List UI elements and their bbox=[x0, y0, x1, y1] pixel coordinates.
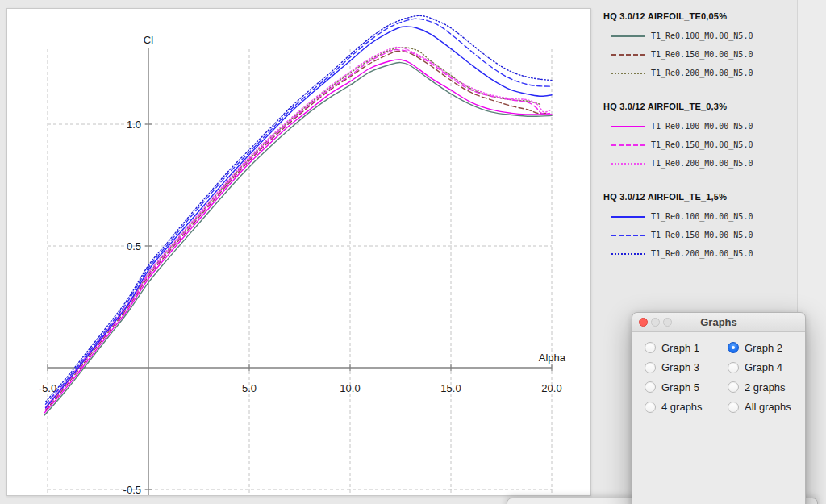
x-tick-label: 10.0 bbox=[340, 382, 360, 394]
radio-unselected-icon[interactable] bbox=[728, 362, 739, 373]
legend-group-title: HQ 3.0/12 AIRFOIL_TE_1,5% bbox=[603, 192, 794, 202]
legend-entry[interactable]: T1_Re0.150_M0.00_N5.0 bbox=[603, 45, 794, 64]
legend-entry-label: T1_Re0.200_M0.00_N5.0 bbox=[651, 249, 753, 258]
y-tick-label: 1.0 bbox=[127, 119, 141, 131]
radio-unselected-icon[interactable] bbox=[645, 362, 656, 373]
radio-graph-1[interactable]: Graph 1 bbox=[645, 342, 728, 354]
legend-group-title: HQ 3.0/12 AIRFOIL_TE0,05% bbox=[603, 11, 794, 21]
radio-all-graphs[interactable]: All graphs bbox=[728, 401, 798, 413]
legend-line-sample bbox=[611, 54, 645, 56]
radio-label: Graph 3 bbox=[661, 361, 699, 373]
legend-entry[interactable]: T1_Re0.200_M0.00_N5.0 bbox=[603, 244, 794, 263]
x-axis-title: Alpha bbox=[539, 352, 566, 364]
polar-curve bbox=[46, 27, 553, 408]
legend-entry[interactable]: T1_Re0.200_M0.00_N5.0 bbox=[603, 154, 794, 173]
legend-entry-label: T1_Re0.200_M0.00_N5.0 bbox=[651, 69, 753, 77]
polar-curve bbox=[46, 48, 542, 408]
legend-entry-label: T1_Re0.100_M0.00_N5.0 bbox=[651, 122, 753, 131]
legend-entry-label: T1_Re0.150_M0.00_N5.0 bbox=[651, 140, 753, 149]
radio-unselected-icon[interactable] bbox=[645, 342, 656, 353]
radio-label: Graph 2 bbox=[745, 342, 782, 354]
radio-unselected-icon[interactable] bbox=[728, 381, 739, 393]
curve-legend: HQ 3.0/12 AIRFOIL_TE0,05%T1_Re0.100_M0.0… bbox=[603, 11, 794, 282]
y-tick-label: 0.5 bbox=[127, 240, 141, 252]
x-tick-label: 20.0 bbox=[541, 382, 561, 394]
graphs-dialog: Graphs Graph 1Graph 2Graph 3Graph 4Graph… bbox=[632, 312, 806, 504]
radio-graph-5[interactable]: Graph 5 bbox=[645, 381, 728, 394]
legend-entry[interactable]: T1_Re0.150_M0.00_N5.0 bbox=[603, 226, 794, 244]
legend-entry[interactable]: T1_Re0.100_M0.00_N5.0 bbox=[603, 117, 794, 135]
y-tick-label: -0.5 bbox=[123, 484, 141, 496]
legend-group: HQ 3.0/12 AIRFOIL_TE_1,5%T1_Re0.100_M0.0… bbox=[603, 192, 794, 263]
legend-entry-label: T1_Re0.100_M0.00_N5.0 bbox=[651, 212, 753, 221]
radio-unselected-icon[interactable] bbox=[645, 381, 656, 393]
legend-entry[interactable]: T1_Re0.100_M0.00_N5.0 bbox=[603, 207, 794, 226]
legend-group: HQ 3.0/12 AIRFOIL_TE0,05%T1_Re0.100_M0.0… bbox=[603, 11, 794, 82]
legend-group: HQ 3.0/12 AIRFOIL_TE_0,3%T1_Re0.100_M0.0… bbox=[603, 102, 794, 173]
legend-line-sample bbox=[611, 163, 645, 165]
polar-curve bbox=[44, 63, 552, 415]
legend-entry-label: T1_Re0.150_M0.00_N5.0 bbox=[651, 231, 753, 240]
radio-label: Graph 4 bbox=[745, 361, 782, 373]
legend-entry-label: T1_Re0.150_M0.00_N5.0 bbox=[651, 50, 753, 59]
legend-line-sample bbox=[611, 216, 645, 218]
graph-options-grid: Graph 1Graph 2Graph 3Graph 4Graph 52 gra… bbox=[645, 338, 798, 417]
cl-vs-alpha-chart[interactable]: -5.05.010.015.020.01.00.5-0.5ClAlpha bbox=[7, 9, 590, 495]
app-window: { "window": { "background": "#e8e8e8" },… bbox=[0, 0, 826, 504]
radio-graph-2[interactable]: Graph 2 bbox=[728, 342, 798, 354]
radio-label: All graphs bbox=[745, 401, 791, 413]
legend-entry-label: T1_Re0.200_M0.00_N5.0 bbox=[651, 159, 753, 168]
legend-entry[interactable]: T1_Re0.100_M0.00_N5.0 bbox=[603, 27, 794, 45]
radio-unselected-icon[interactable] bbox=[728, 402, 739, 413]
x-tick-label: 15.0 bbox=[440, 382, 461, 394]
radio-unselected-icon[interactable] bbox=[645, 402, 656, 413]
legend-line-sample bbox=[611, 126, 645, 127]
legend-entry[interactable]: T1_Re0.200_M0.00_N5.0 bbox=[603, 64, 794, 82]
legend-line-sample bbox=[611, 73, 645, 74]
radio-label: Graph 5 bbox=[661, 381, 699, 394]
radio-label: 2 graphs bbox=[745, 381, 786, 394]
graphs-dialog-titlebar[interactable]: Graphs bbox=[632, 313, 805, 332]
legend-entry-label: T1_Re0.100_M0.00_N5.0 bbox=[651, 31, 753, 40]
graphs-dialog-title: Graphs bbox=[632, 313, 805, 331]
radio-graph-3[interactable]: Graph 3 bbox=[645, 361, 728, 373]
radio-selected-icon[interactable] bbox=[728, 342, 739, 353]
legend-group-title: HQ 3.0/12 AIRFOIL_TE_0,3% bbox=[603, 102, 794, 111]
polar-graph-panel: -5.05.010.015.020.01.00.5-0.5ClAlpha bbox=[6, 8, 591, 496]
x-tick-label: 5.0 bbox=[242, 382, 257, 394]
radio-label: 4 graphs bbox=[661, 401, 703, 413]
legend-line-sample bbox=[611, 35, 645, 37]
legend-line-sample bbox=[611, 235, 645, 236]
polar-curve bbox=[46, 48, 553, 407]
radio-graph-4[interactable]: Graph 4 bbox=[728, 361, 798, 373]
radio-4-graphs[interactable]: 4 graphs bbox=[645, 401, 728, 413]
legend-entry[interactable]: T1_Re0.150_M0.00_N5.0 bbox=[603, 135, 794, 154]
legend-line-sample bbox=[611, 144, 645, 146]
polar-curve bbox=[46, 19, 553, 404]
radio-2-graphs[interactable]: 2 graphs bbox=[728, 381, 798, 394]
radio-label: Graph 1 bbox=[661, 342, 699, 354]
y-axis-title: Cl bbox=[144, 34, 153, 46]
legend-line-sample bbox=[611, 253, 645, 255]
polar-curve bbox=[46, 15, 553, 402]
